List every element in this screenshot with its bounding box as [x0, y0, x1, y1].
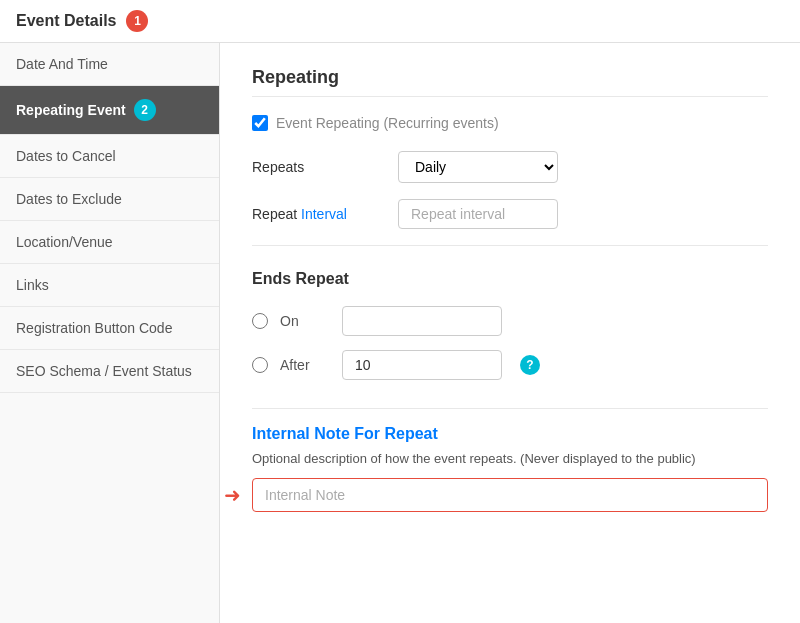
ends-on-label: On: [280, 313, 330, 329]
sidebar-badge-repeating-event: 2: [134, 99, 156, 121]
sidebar-label-registration-button-code: Registration Button Code: [16, 320, 172, 336]
header: Event Details 1: [0, 0, 800, 43]
arrow-indicator: ➜: [224, 483, 241, 507]
ends-repeat-title: Ends Repeat: [252, 270, 768, 288]
ends-after-input[interactable]: [342, 350, 502, 380]
app-container: Event Details 1 Date And Time Repeating …: [0, 0, 800, 623]
event-repeating-label: Event Repeating (Recurring events): [276, 115, 499, 131]
internal-note-title: Internal Note For Repeat: [252, 425, 768, 443]
repeat-interval-input[interactable]: [398, 199, 558, 229]
sidebar-label-location-venue: Location/Venue: [16, 234, 113, 250]
sidebar-item-dates-to-exclude[interactable]: Dates to Exclude: [0, 178, 219, 221]
ends-after-row: After ?: [252, 350, 768, 380]
sidebar: Date And Time Repeating Event 2 Dates to…: [0, 43, 220, 623]
header-badge: 1: [126, 10, 148, 32]
repeats-select[interactable]: Daily Weekly Monthly Yearly: [398, 151, 558, 183]
internal-note-desc: Optional description of how the event re…: [252, 451, 768, 466]
content-area: Repeating Event Repeating (Recurring eve…: [220, 43, 800, 623]
sidebar-item-date-and-time[interactable]: Date And Time: [0, 43, 219, 86]
sidebar-label-date-and-time: Date And Time: [16, 56, 108, 72]
ends-on-input[interactable]: [342, 306, 502, 336]
sidebar-label-repeating-event: Repeating Event: [16, 102, 126, 118]
repeats-label: Repeats: [252, 159, 382, 175]
sidebar-item-seo-schema[interactable]: SEO Schema / Event Status: [0, 350, 219, 393]
ends-on-radio[interactable]: [252, 313, 268, 329]
section-title: Repeating: [252, 67, 768, 97]
sidebar-item-repeating-event[interactable]: Repeating Event 2: [0, 86, 219, 135]
event-repeating-row: Event Repeating (Recurring events): [252, 115, 768, 131]
sidebar-item-dates-to-cancel[interactable]: Dates to Cancel: [0, 135, 219, 178]
repeats-row: Repeats Daily Weekly Monthly Yearly: [252, 151, 768, 183]
sidebar-label-seo-schema: SEO Schema / Event Status: [16, 363, 192, 379]
internal-note-input[interactable]: [252, 478, 768, 512]
divider-1: [252, 245, 768, 246]
sidebar-item-links[interactable]: Links: [0, 264, 219, 307]
repeat-interval-row: Repeat Interval: [252, 199, 768, 229]
event-repeating-checkbox[interactable]: [252, 115, 268, 131]
sidebar-label-dates-to-exclude: Dates to Exclude: [16, 191, 122, 207]
ends-after-label: After: [280, 357, 330, 373]
internal-note-section: Internal Note For Repeat Optional descri…: [252, 408, 768, 512]
header-title: Event Details: [16, 12, 116, 30]
ends-on-row: On: [252, 306, 768, 336]
repeat-interval-link[interactable]: Interval: [301, 206, 347, 222]
sidebar-label-dates-to-cancel: Dates to Cancel: [16, 148, 116, 164]
note-input-wrapper: ➜: [252, 478, 768, 512]
help-icon[interactable]: ?: [520, 355, 540, 375]
sidebar-label-links: Links: [16, 277, 49, 293]
main-layout: Date And Time Repeating Event 2 Dates to…: [0, 43, 800, 623]
arrow-right-icon: ➜: [224, 483, 241, 507]
sidebar-item-location-venue[interactable]: Location/Venue: [0, 221, 219, 264]
repeat-interval-label: Repeat Interval: [252, 206, 382, 222]
ends-after-radio[interactable]: [252, 357, 268, 373]
sidebar-item-registration-button-code[interactable]: Registration Button Code: [0, 307, 219, 350]
